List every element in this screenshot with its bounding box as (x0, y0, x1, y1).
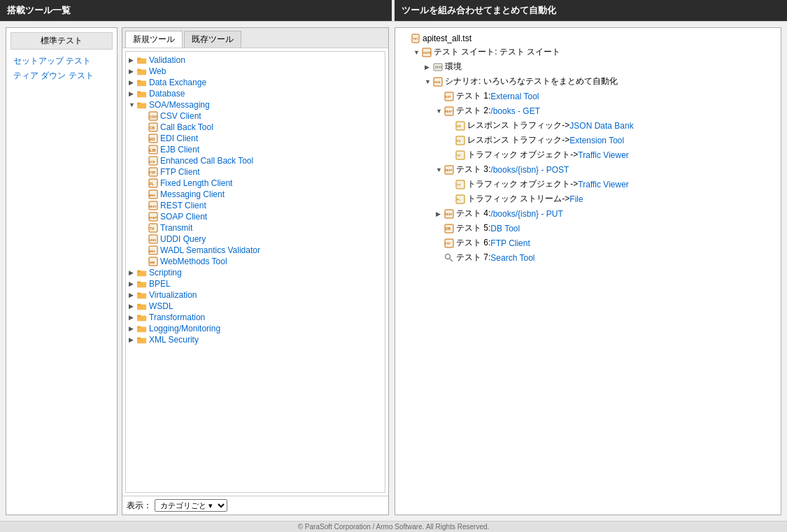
tree-callback-tool[interactable]: CB Call Back Tool (129, 122, 382, 133)
header-left: 搭載ツール一覧 (0, 0, 392, 21)
traffic-viewer-1-icon: TV (455, 150, 465, 160)
tool-icon-callback: CB (148, 122, 158, 132)
folder-icon-web (137, 66, 147, 76)
test1[interactable]: EXT テスト 1: External Tool (402, 89, 774, 103)
tree-data-exchange[interactable]: ▶ Data Exchange (129, 77, 382, 88)
setup-test-item[interactable]: セットアップ テスト (10, 54, 113, 69)
tree-xml-security[interactable]: ▶ XML Security (129, 334, 382, 345)
scenario[interactable]: ▼ SCN シナリオ: いろいろなテストをまとめて自動化 (402, 74, 774, 89)
copyright-text: © ParaSoft Corporation / Armo Software. … (298, 523, 490, 531)
tree-transformation[interactable]: ▶ Transformation (129, 312, 382, 323)
stream-value: File (569, 194, 583, 204)
tool-icon-uddi: UDDI (148, 234, 158, 244)
test7[interactable]: テスト 7: Search Tool (402, 250, 774, 265)
test6[interactable]: FTP テスト 6: FTP Client (402, 236, 774, 250)
tree-bpel[interactable]: ▶ BPEL (129, 278, 382, 289)
svg-rect-5 (137, 80, 141, 82)
tree-messaging-client[interactable]: MSG Messaging Client (129, 189, 382, 200)
traffic-viewer-1[interactable]: TV トラフィック オブジェクト->Traffic Viewer (402, 148, 774, 162)
tree-ftp-client[interactable]: FTP FTP Client (129, 166, 382, 178)
folder-icon-wsdl (137, 301, 147, 311)
label-transmit: Transmit (160, 223, 192, 233)
tree-fixed-length[interactable]: FL Fixed Length Client (129, 178, 382, 189)
tree-transmit[interactable]: TX Transmit (129, 222, 382, 233)
traffic-viewer-2[interactable]: TV トラフィック オブジェクト->Traffic Viewer (402, 177, 774, 192)
chevron-soa: ▼ (129, 101, 137, 108)
tree-virtualization[interactable]: ▶ Virtualization (129, 289, 382, 301)
test5[interactable]: DB テスト 5: DB Tool (402, 221, 774, 236)
svg-text:EXT: EXT (446, 95, 451, 99)
tree-database[interactable]: ▶ Database (129, 88, 382, 99)
resp-ext-value: Extension Tool (569, 136, 624, 145)
tree-rest-client[interactable]: REST REST Client (129, 200, 382, 211)
tv2-value: Traffic Viewer (578, 180, 628, 189)
tree-edi-client[interactable]: EDI EDI Client (129, 133, 382, 144)
tree-uddi-query[interactable]: UDDI UDDI Query (129, 233, 382, 245)
tree-validation[interactable]: ▶ Validation (129, 55, 382, 66)
tree-wadl[interactable]: WDL WADL Semantics Validator (129, 245, 382, 256)
tree-webmethods[interactable]: WM WebMethods Tool (129, 256, 382, 267)
tst-file-icon: TST (411, 34, 420, 43)
tree-soap-client[interactable]: SOAP SOAP Client (129, 211, 382, 222)
tools-panel: 新規ツール 既存ツール ▶ Validation (122, 27, 389, 515)
chevron-transformation: ▶ (129, 314, 137, 321)
environment[interactable]: ▶ ENV 環境 (402, 59, 774, 74)
svg-text:REST: REST (149, 205, 157, 208)
folder-icon-transformation (137, 312, 147, 322)
label-xml-security: XML Security (149, 335, 199, 345)
tree-enhanced-callback[interactable]: ECB Enhanced Call Back Tool (129, 155, 382, 166)
chevron-scenario: ▼ (425, 78, 433, 85)
content-area: 標準テスト セットアップ テスト ティア ダウン テスト 新規ツール 既存ツール (0, 22, 787, 521)
chevron-wsdl: ▶ (129, 303, 137, 310)
label-virtualization: Virtualization (149, 290, 197, 300)
label-ftp-client: FTP Client (160, 167, 199, 177)
tab-new-tool[interactable]: 新規ツール (125, 31, 183, 48)
teardown-test-item[interactable]: ティア ダウン テスト (10, 69, 113, 83)
svg-text:DB: DB (457, 124, 461, 128)
folder-icon-data-exchange (137, 78, 147, 87)
svg-rect-3 (137, 69, 141, 71)
test3[interactable]: ▼ REST テスト 3: /books/{isbn} - POST (402, 162, 774, 177)
tool-icon-rest: REST (148, 201, 158, 210)
label-web: Web (149, 66, 166, 76)
tst-filename: apitest_all.tst (423, 34, 472, 43)
folder-icon-bpel (137, 279, 147, 289)
header-left-title: 搭載ツール一覧 (7, 5, 71, 15)
label-callback-tool: Call Back Tool (160, 122, 213, 132)
traffic-stream-file[interactable]: FL トラフィック ストリーム->File (402, 192, 774, 206)
test-suite[interactable]: ▼ SUITE テスト スイート: テスト スイート (402, 45, 774, 59)
svg-text:TX: TX (150, 227, 155, 231)
resp-extension[interactable]: EX レスポンス トラフィック->Extension Tool (402, 133, 774, 148)
tab-existing-tool[interactable]: 既存ツール (184, 31, 241, 48)
traffic-viewer-2-icon: TV (455, 180, 465, 189)
test7-icon (444, 253, 454, 263)
svg-rect-43 (137, 293, 141, 295)
tree-wsdl[interactable]: ▶ WSDL (129, 301, 382, 312)
label-edi-client: EDI Client (160, 134, 198, 143)
category-select[interactable]: カテゴリごと ▾ (155, 499, 227, 512)
test4[interactable]: ▶ REST テスト 4: /books/{isbn} - PUT (402, 206, 774, 221)
test6-value: FTP Client (490, 238, 530, 248)
chevron-test3: ▼ (436, 166, 444, 173)
tree-soa[interactable]: ▼ SOA/Messaging (129, 99, 382, 110)
svg-rect-9 (137, 103, 141, 105)
tool-icon-enhanced-callback: ECB (148, 156, 158, 166)
tool-icon-csv: CSV (148, 111, 158, 121)
folder-icon-validation (137, 55, 147, 65)
tree-scripting[interactable]: ▶ Scripting (129, 267, 382, 278)
test2[interactable]: ▼ REST テスト 2: /books - GET (402, 103, 774, 118)
resp-json-databank[interactable]: DB レスポンス トラフィック->JSON Data Bank (402, 118, 774, 133)
tv1-value: Traffic Viewer (578, 150, 628, 160)
tree-csv-client[interactable]: CSV CSV Client (129, 110, 382, 122)
tree-ejb-client[interactable]: EJB EJB Client (129, 144, 382, 155)
test7-value: Search Tool (490, 253, 534, 263)
tree-logging[interactable]: ▶ Logging/Monitoring (129, 323, 382, 334)
label-csv-client: CSV Client (160, 111, 201, 121)
label-ejb-client: EJB Client (160, 145, 199, 154)
tree-web[interactable]: ▶ Web (129, 66, 382, 77)
header-right-title: ツールを組み合わせてまとめて自動化 (402, 5, 556, 15)
svg-text:FTP: FTP (445, 242, 451, 245)
tst-file[interactable]: TST apitest_all.tst (402, 32, 774, 45)
resp-json-label: レスポンス トラフィック-> (467, 120, 569, 131)
suite-icon: SUITE (422, 48, 432, 57)
